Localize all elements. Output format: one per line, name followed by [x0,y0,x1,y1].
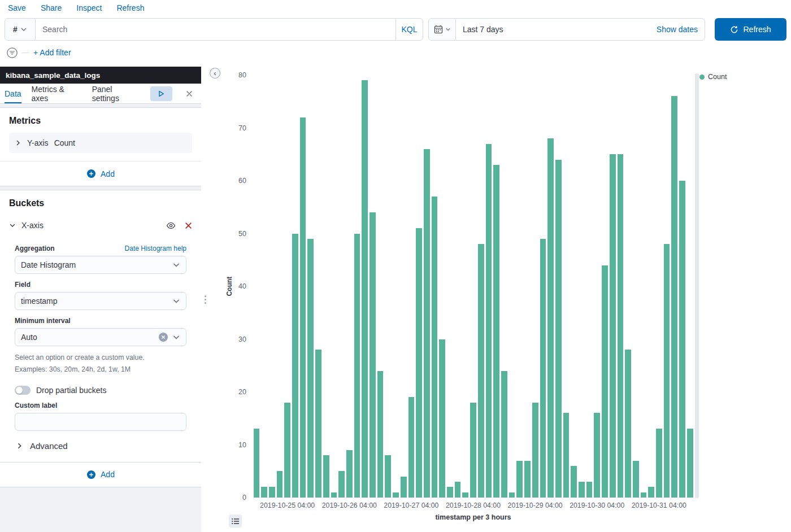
legend-item-count[interactable]: Count [699,73,727,81]
bar[interactable] [618,154,624,498]
tab-data[interactable]: Data [5,84,21,103]
bar[interactable] [447,487,453,498]
bar[interactable] [261,487,267,498]
bar[interactable] [393,492,399,498]
apply-changes-button[interactable] [150,86,172,101]
bar[interactable] [346,450,353,498]
bar[interactable] [277,471,283,498]
bar[interactable] [579,482,585,498]
bar[interactable] [610,154,616,498]
field-select[interactable]: timestamp [15,292,186,310]
bar[interactable] [524,461,531,498]
bar[interactable] [493,165,499,498]
bar[interactable] [439,339,445,498]
bar[interactable] [385,455,391,498]
filter-icon[interactable] [7,47,18,58]
bar[interactable] [656,429,662,498]
bar[interactable] [501,371,507,498]
bar[interactable] [586,482,593,498]
bar[interactable] [462,492,468,498]
tab-metrics-axes[interactable]: Metrics & axes [32,84,82,103]
bucket-x-axis-row[interactable]: X-axis [0,214,201,237]
menu-refresh[interactable]: Refresh [116,3,144,12]
bar[interactable] [602,265,608,498]
bar[interactable] [671,96,677,498]
panel-resizer[interactable] [201,67,209,532]
date-histogram-help-link[interactable]: Date Histogram help [125,245,186,252]
menu-share[interactable]: Share [41,3,62,12]
bar[interactable] [516,461,523,498]
advanced-toggle[interactable]: Advanced [15,431,186,462]
bar[interactable] [633,461,639,498]
minimum-interval-combobox[interactable]: Auto [15,328,186,346]
bar[interactable] [408,397,415,498]
bar[interactable] [571,466,577,498]
bar[interactable] [648,487,654,498]
bar[interactable] [370,212,376,498]
tab-panel-settings[interactable]: Panel settings [92,84,140,103]
eye-icon[interactable] [166,221,176,230]
bar[interactable] [323,455,329,498]
bar[interactable] [354,234,360,498]
bar[interactable] [432,197,438,498]
bar[interactable] [555,160,562,498]
clear-value-icon[interactable] [159,333,168,342]
legend-toggle-button[interactable] [229,514,242,527]
bar[interactable] [254,429,260,498]
show-dates-link[interactable]: Show dates [657,25,705,34]
bar[interactable] [315,350,321,498]
bar-slot [415,75,423,498]
refresh-button[interactable]: Refresh [715,18,786,41]
bar[interactable] [470,403,476,498]
bar[interactable] [292,234,298,498]
calendar-button[interactable] [429,19,456,40]
add-bucket-button[interactable]: Add [0,462,201,487]
bar[interactable] [625,350,631,498]
menu-inspect[interactable]: Inspect [76,3,102,12]
minimum-interval-label: Minimum interval [15,317,71,325]
bar[interactable] [338,471,345,498]
add-filter-link[interactable]: + Add filter [33,48,71,57]
bar[interactable] [455,482,461,498]
bar[interactable] [664,244,670,498]
search-input[interactable] [36,19,395,40]
bar[interactable] [540,239,546,498]
time-range-value[interactable]: Last 7 days [456,25,657,34]
kql-button[interactable]: KQL [395,19,423,40]
drop-partial-buckets-toggle[interactable] [15,386,31,395]
bar[interactable] [687,429,693,498]
bar[interactable] [401,477,407,498]
bar[interactable] [284,403,290,498]
bar[interactable] [269,487,275,498]
bar[interactable] [362,80,368,498]
bar[interactable] [532,403,538,498]
bar[interactable] [307,239,314,498]
aggregation-select[interactable]: Date Histogram [15,256,186,274]
field-label: Field [15,281,31,289]
y-tick-label: 70 [238,124,246,132]
add-metric-button[interactable]: Add [0,161,201,186]
bar[interactable] [641,492,647,498]
bar[interactable] [594,413,600,498]
remove-bucket-icon[interactable] [185,222,192,229]
bar[interactable] [679,181,685,498]
bar-slot [423,75,431,498]
bar[interactable] [377,371,384,498]
bar[interactable] [563,413,570,498]
bar[interactable] [300,117,306,498]
bar[interactable] [478,244,484,498]
bar[interactable] [486,144,492,498]
field-selector-button[interactable]: # [5,19,36,40]
bar[interactable] [416,228,422,498]
custom-label-input[interactable] [15,413,186,431]
bar-slot [454,75,462,498]
menu-save[interactable]: Save [8,3,26,12]
metric-y-axis-row[interactable]: Y-axis Count [9,133,192,153]
chart-scrollbar[interactable] [695,73,699,498]
close-editor-button[interactable] [182,86,197,101]
bar[interactable] [547,138,554,498]
bar-slot [462,75,470,498]
bar[interactable] [509,492,515,498]
bar[interactable] [424,149,430,498]
bar[interactable] [331,492,337,498]
